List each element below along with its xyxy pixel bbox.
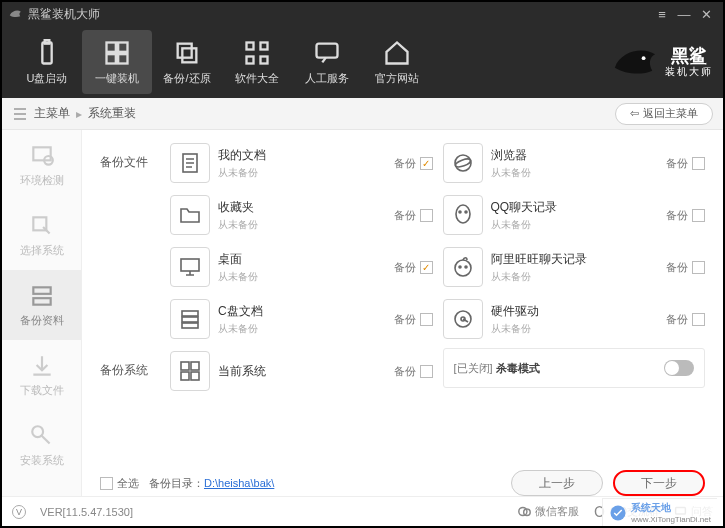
doc-icon (170, 143, 210, 183)
checkbox[interactable] (420, 209, 433, 222)
svg-rect-6 (178, 43, 192, 57)
footer-wechat-link[interactable]: 微信客服 (518, 504, 579, 519)
ie-icon (443, 143, 483, 183)
backup-action-5[interactable]: 备份 (666, 260, 705, 275)
svg-rect-10 (247, 56, 254, 63)
chevron-right-icon: ▸ (76, 107, 82, 121)
svg-point-25 (465, 211, 467, 213)
crumb-current: 系统重装 (88, 105, 136, 122)
nav-one-click-install[interactable]: 一键装机 (82, 30, 152, 94)
sidebar-step-download[interactable]: 下载文件 (2, 340, 81, 410)
svg-point-29 (465, 266, 467, 268)
backup-action-0[interactable]: 备份✓ (394, 156, 433, 171)
titlebar: 黑鲨装机大师 ≡ — ✕ (2, 2, 723, 26)
svg-point-22 (454, 157, 471, 168)
file-item-4: 桌面从未备份备份✓ (170, 244, 433, 290)
sidebar-step-env-check[interactable]: 环境检测 (2, 130, 81, 200)
nav-website[interactable]: 官方网站 (362, 30, 432, 94)
svg-rect-14 (33, 147, 50, 160)
chat-icon (313, 39, 341, 67)
backup-action-7[interactable]: 备份 (666, 312, 705, 327)
select-all-checkbox[interactable]: 全选 (100, 476, 139, 491)
checkbox[interactable] (692, 209, 705, 222)
checkbox[interactable] (692, 313, 705, 326)
checkbox[interactable] (420, 365, 433, 378)
backup-dir: 备份目录：D:\heisha\bak\ (149, 476, 274, 491)
checkbox[interactable]: ✓ (420, 157, 433, 170)
minimize-icon[interactable]: — (673, 3, 695, 25)
main-panel: 备份文件 我的文档从未备份备份✓浏览器从未备份备份收藏夹从未备份备份QQ聊天记录… (82, 130, 723, 496)
svg-rect-3 (118, 42, 127, 51)
antivirus-mode-toggle[interactable]: [已关闭] 杀毒模式 (443, 348, 706, 388)
checkbox[interactable]: ✓ (420, 261, 433, 274)
checkbox[interactable] (692, 261, 705, 274)
svg-rect-4 (107, 54, 116, 63)
svg-rect-26 (181, 259, 199, 271)
backup-action-3[interactable]: 备份 (666, 208, 705, 223)
svg-rect-12 (317, 43, 338, 57)
sidebar-step-install[interactable]: 安装系统 (2, 410, 81, 480)
svg-point-23 (456, 205, 470, 223)
ali-icon (443, 247, 483, 287)
file-item-1: 浏览器从未备份备份 (443, 140, 706, 186)
sidebar-step-select-system[interactable]: 选择系统 (2, 200, 81, 270)
svg-rect-8 (247, 42, 254, 49)
backup-action-2[interactable]: 备份 (394, 208, 433, 223)
app-title: 黑鲨装机大师 (28, 6, 100, 23)
copy-icon (173, 39, 201, 67)
sidebar-step-backup-data[interactable]: 备份资料 (2, 270, 81, 340)
svg-rect-17 (33, 287, 50, 294)
backup-action-1[interactable]: 备份 (666, 156, 705, 171)
watermark: 系统天地 www.XiTongTianDi.net (602, 498, 717, 526)
backup-files-section: 备份文件 我的文档从未备份备份✓浏览器从未备份备份收藏夹从未备份备份QQ聊天记录… (100, 140, 705, 342)
nav-backup-restore[interactable]: 备份/还原 (152, 30, 222, 94)
cdrive-icon (170, 299, 210, 339)
crumb-root[interactable]: 主菜单 (34, 105, 70, 122)
svg-rect-7 (182, 48, 196, 62)
backup-system-section: 备份系统 当前系统 备份 [已关闭] 杀毒模式 (100, 348, 705, 394)
hdd-icon (443, 299, 483, 339)
menu-icon[interactable]: ≡ (651, 3, 673, 25)
folder-icon (170, 195, 210, 235)
svg-rect-38 (191, 372, 199, 380)
toggle-switch-icon[interactable] (664, 360, 694, 376)
checkbox[interactable] (692, 157, 705, 170)
shark-icon (611, 39, 657, 85)
backup-action-6[interactable]: 备份 (394, 312, 433, 327)
file-item-7: 硬件驱动从未备份备份 (443, 296, 706, 342)
windows-icon (170, 351, 210, 391)
svg-point-13 (642, 56, 646, 60)
nav-support[interactable]: 人工服务 (292, 30, 362, 94)
checkbox[interactable] (100, 477, 113, 490)
action-row: 全选 备份目录：D:\heisha\bak\ 上一步 下一步 (82, 462, 723, 496)
svg-rect-5 (118, 54, 127, 63)
top-nav: U盘启动 一键装机 备份/还原 软件大全 人工服务 官方网站 黑鲨 装机大师 (2, 26, 723, 98)
file-item-3: QQ聊天记录从未备份备份 (443, 192, 706, 238)
nav-usb-boot[interactable]: U盘启动 (12, 30, 82, 94)
file-item-0: 我的文档从未备份备份✓ (170, 140, 433, 186)
checkbox[interactable] (420, 313, 433, 326)
svg-rect-18 (33, 298, 50, 305)
nav-software[interactable]: 软件大全 (222, 30, 292, 94)
list-icon (12, 106, 28, 122)
breadcrumb-bar: 主菜单 ▸ 系统重装 ⇦ 返回主菜单 (2, 98, 723, 130)
app-logo-icon (8, 7, 22, 21)
next-button[interactable]: 下一步 (613, 470, 705, 496)
section-label-files: 备份文件 (100, 140, 170, 171)
svg-rect-31 (182, 317, 198, 322)
svg-point-28 (459, 266, 461, 268)
svg-rect-37 (181, 372, 189, 380)
backup-action-4[interactable]: 备份✓ (394, 260, 433, 275)
backup-current-system[interactable]: 备份 (394, 364, 433, 379)
back-to-main-button[interactable]: ⇦ 返回主菜单 (615, 103, 713, 125)
prev-button[interactable]: 上一步 (511, 470, 603, 496)
file-item-6: C盘文档从未备份备份 (170, 296, 433, 342)
version-icon: V (12, 505, 26, 519)
usb-icon (33, 39, 61, 67)
backup-dir-link[interactable]: D:\heisha\bak\ (204, 477, 274, 489)
section-label-system: 备份系统 (100, 348, 170, 379)
current-system-item: 当前系统 备份 (170, 348, 433, 394)
close-icon[interactable]: ✕ (695, 3, 717, 25)
svg-point-24 (459, 211, 461, 213)
desktop-icon (170, 247, 210, 287)
